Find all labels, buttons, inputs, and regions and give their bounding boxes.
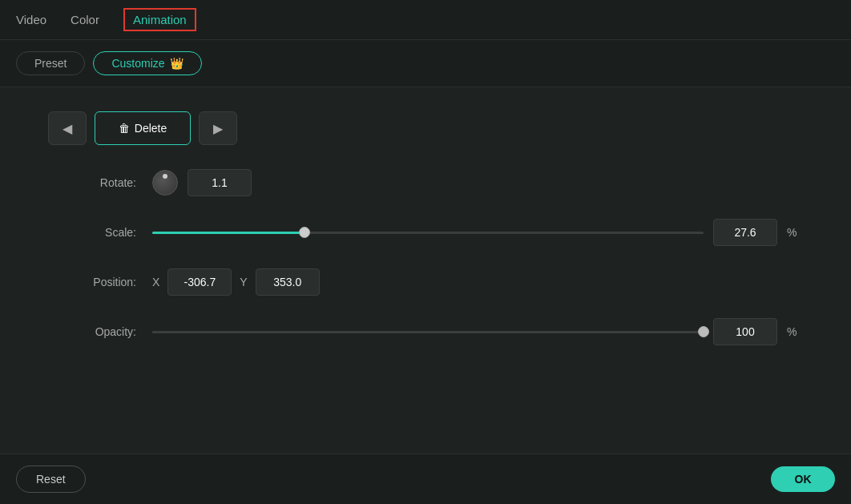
- y-axis-label: Y: [240, 276, 247, 288]
- reset-button[interactable]: Reset: [16, 466, 86, 493]
- delete-label: Delete: [135, 122, 167, 135]
- subtab-preset[interactable]: Preset: [16, 51, 85, 75]
- ok-button[interactable]: OK: [771, 466, 835, 492]
- position-row: Position: X Y: [48, 268, 803, 296]
- back-button[interactable]: ◀: [48, 111, 87, 145]
- scale-input[interactable]: [713, 219, 777, 246]
- x-axis-label: X: [152, 276, 159, 288]
- position-x-input[interactable]: [167, 268, 232, 296]
- forward-icon: ▶: [213, 121, 223, 136]
- scale-unit: %: [787, 226, 803, 239]
- position-label: Position:: [48, 276, 136, 288]
- opacity-label: Opacity:: [48, 325, 136, 338]
- tab-animation[interactable]: Animation: [123, 8, 196, 31]
- opacity-slider-fill: [152, 331, 704, 333]
- position-group: X Y: [152, 268, 320, 296]
- footer: Reset OK: [0, 454, 851, 504]
- scale-slider-thumb[interactable]: [299, 227, 310, 238]
- main-content: ◀ 🗑 Delete ▶ Rotate: Scale: % Position:: [0, 87, 851, 454]
- scale-row: Scale: %: [48, 219, 803, 246]
- subtab-customize[interactable]: Customize 👑: [93, 51, 201, 75]
- delete-button[interactable]: 🗑 Delete: [95, 111, 191, 145]
- rotate-row: Rotate:: [48, 169, 803, 196]
- scale-slider-fill: [152, 232, 305, 234]
- opacity-slider-container: %: [152, 318, 803, 345]
- rotate-dial[interactable]: [152, 170, 178, 196]
- tab-color[interactable]: Color: [71, 10, 99, 30]
- opacity-slider-thumb[interactable]: [698, 326, 709, 337]
- scale-label: Scale:: [48, 226, 136, 239]
- rotate-input[interactable]: [188, 169, 252, 196]
- action-buttons: ◀ 🗑 Delete ▶: [48, 111, 803, 145]
- rotate-label: Rotate:: [48, 176, 136, 189]
- subtab-customize-label: Customize: [111, 57, 164, 70]
- position-y-input[interactable]: [256, 268, 320, 296]
- opacity-slider-track[interactable]: [152, 331, 704, 333]
- scale-slider-track[interactable]: [152, 232, 704, 234]
- tab-bar: Video Color Animation: [0, 0, 851, 40]
- opacity-unit: %: [787, 325, 803, 338]
- sub-tab-bar: Preset Customize 👑: [0, 40, 851, 87]
- opacity-row: Opacity: %: [48, 318, 803, 345]
- scale-slider-container: %: [152, 219, 803, 246]
- forward-button[interactable]: ▶: [199, 111, 237, 145]
- trash-icon: 🗑: [119, 122, 130, 135]
- tab-video[interactable]: Video: [16, 10, 46, 30]
- crown-icon: 👑: [170, 57, 184, 70]
- back-icon: ◀: [63, 121, 72, 136]
- opacity-input[interactable]: [713, 318, 777, 345]
